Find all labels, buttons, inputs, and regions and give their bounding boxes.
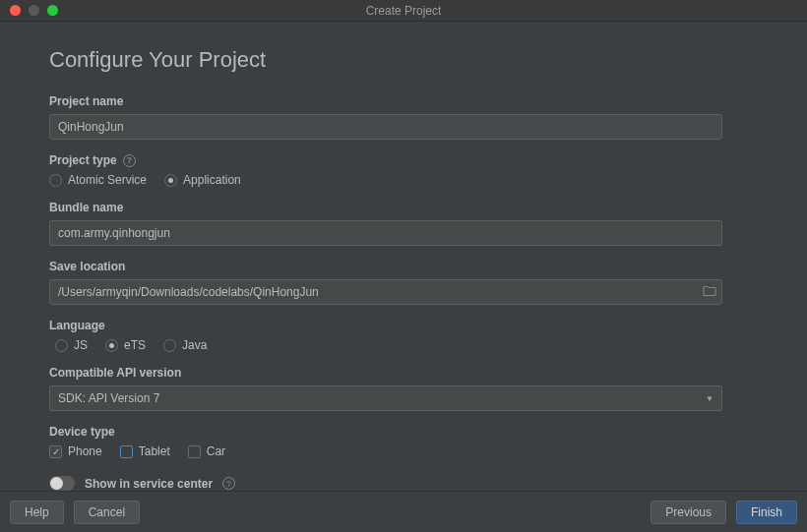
page-title: Configure Your Project: [49, 47, 758, 73]
bundle-name-group: Bundle name: [49, 201, 758, 246]
project-name-group: Project name: [49, 94, 758, 140]
checkbox-tablet[interactable]: Tablet: [120, 444, 170, 458]
close-window-button[interactable]: [10, 5, 21, 16]
project-type-label: Project type ?: [49, 153, 758, 167]
previous-button[interactable]: Previous: [651, 501, 726, 524]
save-location-group: Save location: [49, 260, 758, 305]
radio-ets[interactable]: eTS: [105, 338, 146, 352]
api-version-select[interactable]: SDK: API Version 7 ▼: [49, 385, 722, 411]
checkbox-icon: [49, 445, 62, 458]
chevron-down-icon: ▼: [706, 394, 714, 403]
help-icon[interactable]: ?: [222, 477, 235, 490]
folder-icon[interactable]: [703, 285, 716, 300]
language-label: Language: [49, 319, 758, 332]
window-controls: [0, 5, 58, 16]
radio-icon: [55, 339, 68, 352]
window-title: Create Project: [366, 4, 442, 18]
project-name-input[interactable]: [49, 114, 722, 140]
bundle-name-input[interactable]: [49, 220, 722, 246]
project-name-label: Project name: [49, 94, 758, 108]
radio-icon: [105, 339, 118, 352]
api-version-group: Compatible API version SDK: API Version …: [49, 366, 758, 411]
project-type-group: Project type ? Atomic Service Applicatio…: [49, 153, 758, 187]
radio-java[interactable]: Java: [163, 338, 207, 352]
api-version-label: Compatible API version: [49, 366, 758, 380]
language-group: Language JS eTS Java: [49, 319, 758, 352]
radio-atomic-service[interactable]: Atomic Service: [49, 173, 147, 187]
service-center-label: Show in service center: [85, 477, 213, 491]
footer: Help Cancel Previous Finish: [0, 491, 807, 532]
radio-icon: [164, 174, 177, 187]
save-location-label: Save location: [49, 260, 758, 273]
content-area: Configure Your Project Project name Proj…: [0, 22, 807, 491]
cancel-button[interactable]: Cancel: [74, 501, 140, 524]
titlebar: Create Project: [0, 0, 807, 22]
checkbox-car[interactable]: Car: [188, 444, 225, 458]
save-location-input[interactable]: [49, 279, 722, 305]
radio-js[interactable]: JS: [55, 338, 88, 352]
device-type-group: Device type Phone Tablet Car Show in ser…: [49, 425, 758, 491]
minimize-window-button[interactable]: [29, 5, 39, 16]
radio-application[interactable]: Application: [164, 173, 241, 187]
help-button[interactable]: Help: [10, 501, 64, 524]
finish-button[interactable]: Finish: [736, 501, 797, 524]
maximize-window-button[interactable]: [47, 5, 58, 16]
help-icon[interactable]: ?: [123, 154, 136, 167]
bundle-name-label: Bundle name: [49, 201, 758, 214]
radio-icon: [49, 174, 62, 187]
checkbox-phone[interactable]: Phone: [49, 444, 102, 458]
radio-icon: [163, 339, 176, 352]
checkbox-icon: [120, 445, 133, 458]
device-type-label: Device type: [49, 425, 758, 439]
checkbox-icon: [188, 445, 201, 458]
service-center-toggle[interactable]: [49, 476, 75, 491]
